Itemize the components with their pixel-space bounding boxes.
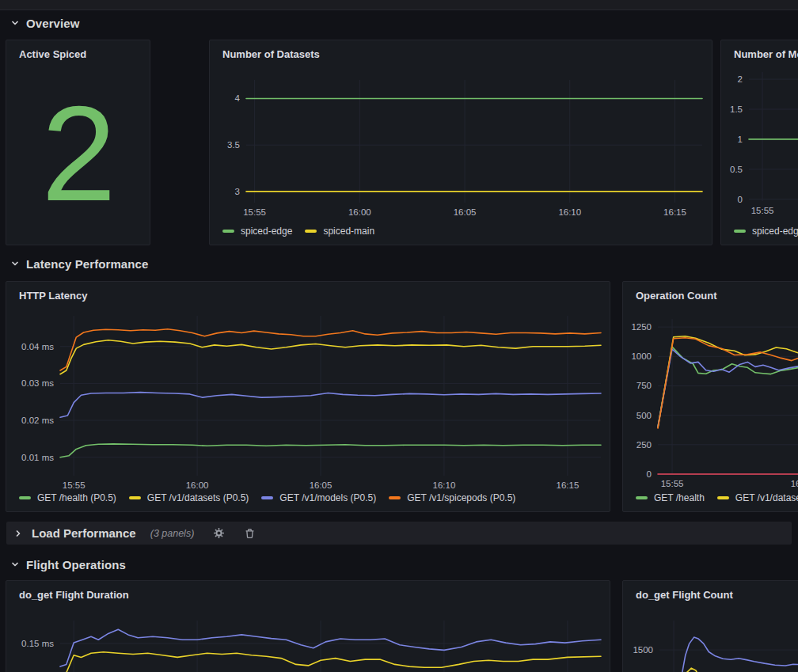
svg-text:16:00: 16:00 xyxy=(791,479,798,488)
panel-title[interactable]: Operation Count xyxy=(636,290,717,302)
legend-series-swatch xyxy=(129,496,141,499)
section-header-overview[interactable]: Overview xyxy=(11,13,80,32)
legend-series-swatch xyxy=(222,230,234,233)
legend-series-swatch xyxy=(717,496,729,499)
panel-number-of-models: Number of Models 00.511.5215:5516:0016:0… xyxy=(720,40,798,245)
svg-text:15:55: 15:55 xyxy=(751,206,774,215)
panel-title[interactable]: Number of Datasets xyxy=(222,48,320,60)
svg-text:16:15: 16:15 xyxy=(557,480,580,490)
svg-text:750: 750 xyxy=(636,381,652,390)
svg-text:0.5: 0.5 xyxy=(730,165,743,174)
svg-text:16:10: 16:10 xyxy=(433,480,456,490)
chart-operation-count[interactable]: 02505007501000125015:5516:00 xyxy=(623,282,798,513)
panels-count-note: (3 panels) xyxy=(150,528,195,539)
section-header-flight-operations[interactable]: Flight Operations xyxy=(11,555,126,574)
panel-title[interactable]: do_get Flight Count xyxy=(636,589,733,601)
legend-series-swatch xyxy=(734,230,746,233)
gear-icon[interactable] xyxy=(213,527,225,539)
legend-series-label: GET /health (P0.5) xyxy=(37,492,116,503)
svg-text:2: 2 xyxy=(738,74,743,84)
legend-item[interactable]: spiced-edge xyxy=(222,226,292,237)
svg-text:0.04 ms: 0.04 ms xyxy=(21,342,54,351)
svg-text:15:55: 15:55 xyxy=(243,207,266,217)
svg-text:16:00: 16:00 xyxy=(348,207,371,217)
chevron-down-icon[interactable] xyxy=(11,260,19,268)
top-nav-bar xyxy=(0,0,798,10)
legend-series-swatch xyxy=(19,496,31,499)
legend-series-swatch xyxy=(261,496,273,499)
svg-text:16:05: 16:05 xyxy=(310,480,332,490)
legend-item[interactable]: spiced-edge xyxy=(734,226,798,237)
panel-do-get-flight-duration: do_get Flight Duration 0.15 ms xyxy=(6,580,610,672)
svg-text:1000: 1000 xyxy=(631,351,652,361)
svg-text:0.01 ms: 0.01 ms xyxy=(21,453,54,462)
section-title: Latency Performance xyxy=(26,257,148,271)
legend-series-label: GET /health xyxy=(654,492,705,503)
section-header-latency-performance[interactable]: Latency Performance xyxy=(11,254,148,273)
legend-series-label: GET /v1/spicepods (P0.5) xyxy=(407,492,515,503)
legend-series-label: spiced-edge xyxy=(241,226,292,237)
panel-http-latency: HTTP Latency 0.01 ms0.02 ms0.03 ms0.04 m… xyxy=(6,281,610,512)
legend-item[interactable]: spiced-main xyxy=(305,226,374,237)
legend-item[interactable]: GET /health xyxy=(636,492,705,503)
svg-text:0.15 ms: 0.15 ms xyxy=(21,639,54,648)
legend-item[interactable]: GET /v1/datasets xyxy=(717,492,798,503)
legend-series-swatch xyxy=(636,496,648,499)
panel-number-of-datasets: Number of Datasets 33.5415:5516:0016:051… xyxy=(209,40,712,245)
svg-text:4: 4 xyxy=(235,93,241,103)
svg-text:500: 500 xyxy=(636,411,652,420)
svg-text:250: 250 xyxy=(636,440,652,450)
svg-text:16:05: 16:05 xyxy=(454,207,477,217)
panel-do-get-flight-count: do_get Flight Count 1500 xyxy=(622,580,798,672)
chart-legend: GET /health (P0.5)GET /v1/datasets (P0.5… xyxy=(19,492,515,503)
legend-item[interactable]: GET /v1/spicepods (P0.5) xyxy=(389,492,515,503)
section-title: Overview xyxy=(26,17,80,30)
svg-text:0: 0 xyxy=(738,195,743,204)
chart-legend: spiced-edgespiced-main xyxy=(222,226,374,237)
panel-operation-count: Operation Count 02505007501000125015:551… xyxy=(622,281,798,512)
svg-text:0.03 ms: 0.03 ms xyxy=(21,378,54,388)
legend-series-swatch xyxy=(305,230,317,233)
svg-text:0.02 ms: 0.02 ms xyxy=(21,416,54,425)
chart-legend: GET /healthGET /v1/datasets xyxy=(636,492,798,503)
svg-text:16:00: 16:00 xyxy=(186,480,209,490)
panel-title[interactable]: Number of Models xyxy=(734,48,798,60)
section-title: Flight Operations xyxy=(26,558,126,571)
chart-legend: spiced-edge xyxy=(734,226,798,237)
panel-title[interactable]: HTTP Latency xyxy=(19,290,87,302)
legend-series-label: GET /v1/models (P0.5) xyxy=(279,492,376,503)
section-title: Load Performance xyxy=(32,526,136,540)
legend-series-label: spiced-edge xyxy=(752,226,798,237)
svg-text:1: 1 xyxy=(738,135,743,144)
svg-text:0: 0 xyxy=(647,469,652,479)
legend-series-label: spiced-main xyxy=(323,226,374,237)
svg-text:16:15: 16:15 xyxy=(663,207,686,217)
panel-title[interactable]: Active Spiced xyxy=(19,48,86,60)
legend-series-label: GET /v1/datasets (P0.5) xyxy=(147,492,249,503)
legend-series-swatch xyxy=(389,496,401,499)
chart-http-latency[interactable]: 0.01 ms0.02 ms0.03 ms0.04 ms15:5516:0016… xyxy=(6,282,611,513)
svg-text:3.5: 3.5 xyxy=(227,140,240,150)
panel-title[interactable]: do_get Flight Duration xyxy=(19,589,129,601)
chart-number-of-models[interactable]: 00.511.5215:5516:0016:0516:1016:15 xyxy=(721,40,798,246)
svg-text:15:55: 15:55 xyxy=(63,480,86,490)
svg-text:1.5: 1.5 xyxy=(730,104,743,114)
svg-text:15:55: 15:55 xyxy=(661,479,684,488)
chevron-right-icon[interactable] xyxy=(14,530,22,537)
section-header-load-performance[interactable]: Load Performance (3 panels) xyxy=(6,522,792,545)
panel-active-spiced: Active Spiced 2 xyxy=(6,40,150,245)
grafana-dashboard: Overview Active Spiced 2 Number of Datas… xyxy=(0,0,798,672)
legend-item[interactable]: GET /health (P0.5) xyxy=(19,492,116,503)
chevron-down-icon[interactable] xyxy=(11,560,19,568)
svg-text:16:10: 16:10 xyxy=(558,207,581,217)
trash-icon[interactable] xyxy=(244,527,256,539)
legend-series-label: GET /v1/datasets xyxy=(735,492,798,503)
chevron-down-icon[interactable] xyxy=(11,19,19,27)
svg-text:1250: 1250 xyxy=(631,322,652,332)
legend-item[interactable]: GET /v1/models (P0.5) xyxy=(261,492,376,503)
stat-value: 2 xyxy=(6,69,150,238)
svg-text:3: 3 xyxy=(235,187,240,196)
svg-text:1500: 1500 xyxy=(633,645,653,655)
chart-number-of-datasets[interactable]: 33.5415:5516:0016:0516:1016:15 xyxy=(210,40,713,246)
legend-item[interactable]: GET /v1/datasets (P0.5) xyxy=(129,492,249,503)
